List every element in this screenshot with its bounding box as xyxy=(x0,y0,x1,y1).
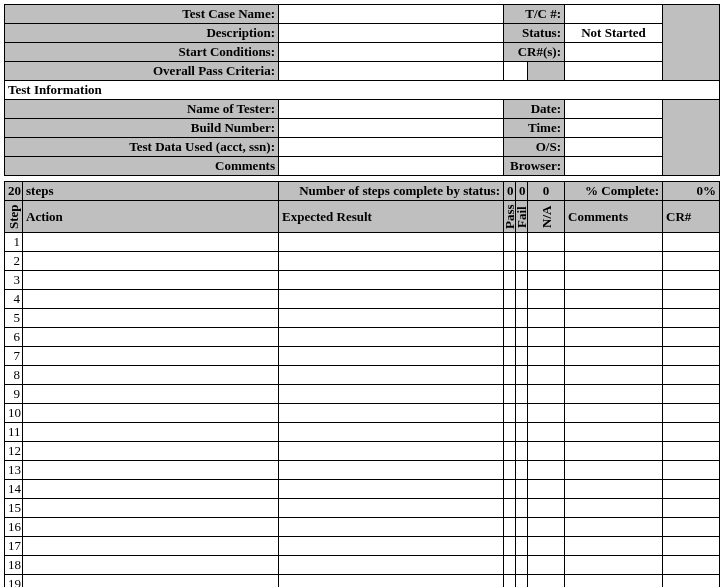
cell-na[interactable] xyxy=(528,575,565,588)
cell-comments[interactable] xyxy=(565,366,663,385)
cell-comments[interactable] xyxy=(565,309,663,328)
cell-comments[interactable] xyxy=(565,518,663,537)
cell-pass[interactable] xyxy=(504,423,516,442)
cell-na[interactable] xyxy=(528,556,565,575)
cell-expected[interactable] xyxy=(279,575,504,588)
cell-cr[interactable] xyxy=(663,461,720,480)
cell-action[interactable] xyxy=(23,290,279,309)
cell-expected[interactable] xyxy=(279,404,504,423)
cell-na[interactable] xyxy=(528,480,565,499)
cell-action[interactable] xyxy=(23,271,279,290)
cell-fail[interactable] xyxy=(516,461,528,480)
cell-fail[interactable] xyxy=(516,366,528,385)
cell-expected[interactable] xyxy=(279,309,504,328)
cell-na[interactable] xyxy=(528,404,565,423)
cell-pass[interactable] xyxy=(504,480,516,499)
cell-na[interactable] xyxy=(528,499,565,518)
cell-pass[interactable] xyxy=(504,537,516,556)
cell-comments[interactable] xyxy=(565,233,663,252)
cell-na[interactable] xyxy=(528,385,565,404)
cell-expected[interactable] xyxy=(279,252,504,271)
cell-pass[interactable] xyxy=(504,328,516,347)
cell-pass[interactable] xyxy=(504,385,516,404)
cell-action[interactable] xyxy=(23,328,279,347)
cell-action[interactable] xyxy=(23,252,279,271)
cell-fail[interactable] xyxy=(516,347,528,366)
value-date[interactable] xyxy=(565,100,663,119)
cell-fail[interactable] xyxy=(516,385,528,404)
cell-pass[interactable] xyxy=(504,499,516,518)
cell-na[interactable] xyxy=(528,233,565,252)
cell-cr[interactable] xyxy=(663,328,720,347)
cell-action[interactable] xyxy=(23,385,279,404)
cell-comments[interactable] xyxy=(565,442,663,461)
value-test-data-used[interactable] xyxy=(279,138,504,157)
cell-pass[interactable] xyxy=(504,404,516,423)
cell-comments[interactable] xyxy=(565,499,663,518)
value-start-conditions[interactable] xyxy=(279,43,504,62)
value-comments[interactable] xyxy=(279,157,504,176)
cell-fail[interactable] xyxy=(516,271,528,290)
cell-expected[interactable] xyxy=(279,556,504,575)
value-overall-pass[interactable] xyxy=(279,62,504,81)
cell-pass[interactable] xyxy=(504,366,516,385)
cell-cr[interactable] xyxy=(663,480,720,499)
cell-na[interactable] xyxy=(528,347,565,366)
cell-comments[interactable] xyxy=(565,328,663,347)
cell-fail[interactable] xyxy=(516,252,528,271)
cell-na[interactable] xyxy=(528,328,565,347)
cell-cr[interactable] xyxy=(663,404,720,423)
cell-cr[interactable] xyxy=(663,366,720,385)
cell-action[interactable] xyxy=(23,233,279,252)
cell-pass[interactable] xyxy=(504,271,516,290)
cell-expected[interactable] xyxy=(279,290,504,309)
cell-action[interactable] xyxy=(23,480,279,499)
cell-action[interactable] xyxy=(23,575,279,588)
value-os[interactable] xyxy=(565,138,663,157)
cell-comments[interactable] xyxy=(565,537,663,556)
cell-na[interactable] xyxy=(528,309,565,328)
cell-comments[interactable] xyxy=(565,556,663,575)
cell-comments[interactable] xyxy=(565,290,663,309)
cell-fail[interactable] xyxy=(516,328,528,347)
cell-fail[interactable] xyxy=(516,499,528,518)
cell-fail[interactable] xyxy=(516,556,528,575)
cell-comments[interactable] xyxy=(565,404,663,423)
cell-cr[interactable] xyxy=(663,347,720,366)
cell-cr[interactable] xyxy=(663,423,720,442)
cell-fail[interactable] xyxy=(516,290,528,309)
cell-na[interactable] xyxy=(528,442,565,461)
cell-cr[interactable] xyxy=(663,442,720,461)
cell-action[interactable] xyxy=(23,461,279,480)
cell-comments[interactable] xyxy=(565,461,663,480)
cell-cr[interactable] xyxy=(663,385,720,404)
cell-pass[interactable] xyxy=(504,442,516,461)
cell-action[interactable] xyxy=(23,347,279,366)
cell-pass[interactable] xyxy=(504,575,516,588)
cell-na[interactable] xyxy=(528,461,565,480)
cell-fail[interactable] xyxy=(516,309,528,328)
cell-expected[interactable] xyxy=(279,480,504,499)
cell-action[interactable] xyxy=(23,499,279,518)
cell-na[interactable] xyxy=(528,290,565,309)
cell-cr[interactable] xyxy=(663,233,720,252)
cell-cr[interactable] xyxy=(663,575,720,588)
cell-pass[interactable] xyxy=(504,233,516,252)
cell-pass[interactable] xyxy=(504,290,516,309)
cell-pass[interactable] xyxy=(504,518,516,537)
value-test-case-name[interactable] xyxy=(279,5,504,24)
cell-action[interactable] xyxy=(23,537,279,556)
cell-expected[interactable] xyxy=(279,233,504,252)
cell-expected[interactable] xyxy=(279,347,504,366)
cell-cr[interactable] xyxy=(663,290,720,309)
cell-action[interactable] xyxy=(23,423,279,442)
value-time[interactable] xyxy=(565,119,663,138)
value-description[interactable] xyxy=(279,24,504,43)
cell-fail[interactable] xyxy=(516,442,528,461)
cell-cr[interactable] xyxy=(663,518,720,537)
cell-comments[interactable] xyxy=(565,252,663,271)
cell-comments[interactable] xyxy=(565,347,663,366)
cell-cr[interactable] xyxy=(663,499,720,518)
cell-expected[interactable] xyxy=(279,423,504,442)
cell-cr[interactable] xyxy=(663,556,720,575)
